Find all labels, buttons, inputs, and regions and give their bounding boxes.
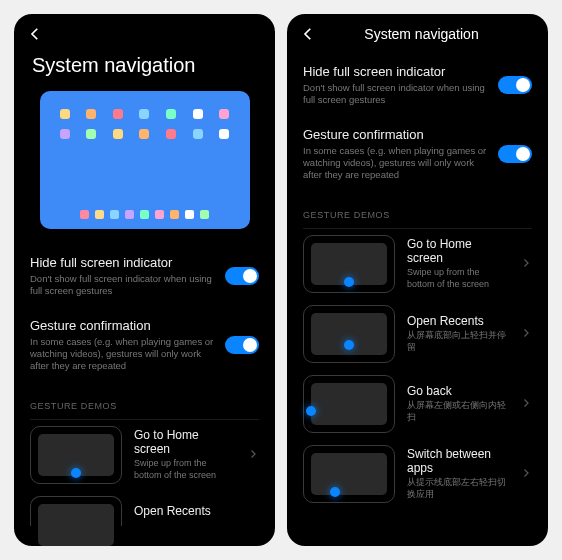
demo-desc: Swipe up from the bottom of the screen xyxy=(134,458,235,481)
chevron-right-icon xyxy=(520,255,532,273)
demo-go-back[interactable]: Go back 从屏幕左侧或右侧向内轻扫 xyxy=(301,369,534,439)
setting-title: Gesture confirmation xyxy=(30,318,215,333)
phone-right: System navigation Hide full screen indic… xyxy=(287,14,548,546)
back-icon[interactable] xyxy=(299,25,317,43)
setting-gesture-confirmation[interactable]: Gesture confirmation In some cases (e.g.… xyxy=(28,308,261,383)
setting-desc: In some cases (e.g. when playing games o… xyxy=(30,336,215,373)
topbar xyxy=(14,14,275,48)
setting-desc: Don't show full screen indicator when us… xyxy=(303,82,488,107)
toggle-switch[interactable] xyxy=(225,336,259,354)
setting-gesture-confirmation[interactable]: Gesture confirmation In some cases (e.g.… xyxy=(301,117,534,192)
demo-title: Go to Home screen xyxy=(134,428,235,456)
demo-title: Go to Home screen xyxy=(407,237,508,265)
setting-desc: Don't show full screen indicator when us… xyxy=(30,273,215,298)
page-title: System navigation xyxy=(14,48,275,91)
setting-title: Gesture confirmation xyxy=(303,127,488,142)
chevron-right-icon xyxy=(520,465,532,483)
chevron-right-icon xyxy=(520,395,532,413)
phone-left: System navigation Hide full screen indic… xyxy=(14,14,275,546)
demo-switch-apps[interactable]: Switch between apps 从提示线底部左右轻扫切换应用 xyxy=(301,439,534,509)
demo-go-home[interactable]: Go to Home screen Swipe up from the bott… xyxy=(28,420,261,490)
section-label: GESTURE DEMOS xyxy=(30,401,259,411)
demo-thumbnail xyxy=(30,426,122,484)
chevron-right-icon xyxy=(520,325,532,343)
demo-thumbnail xyxy=(303,235,395,293)
demo-open-recents[interactable]: Open Recents xyxy=(28,490,261,532)
setting-hide-indicator[interactable]: Hide full screen indicator Don't show fu… xyxy=(301,54,534,117)
topbar: System navigation xyxy=(287,14,548,48)
back-icon[interactable] xyxy=(26,25,44,43)
toggle-switch[interactable] xyxy=(498,145,532,163)
demo-thumbnail xyxy=(303,375,395,433)
demo-title: Open Recents xyxy=(407,314,508,328)
demo-thumbnail xyxy=(30,496,122,526)
toggle-switch[interactable] xyxy=(225,267,259,285)
demo-thumbnail xyxy=(303,305,395,363)
demo-title: Go back xyxy=(407,384,508,398)
demo-go-home[interactable]: Go to Home screen Swipe up from the bott… xyxy=(301,229,534,299)
demo-desc: 从提示线底部左右轻扫切换应用 xyxy=(407,477,508,500)
page-title: System navigation xyxy=(327,26,536,42)
chevron-right-icon xyxy=(247,446,259,464)
demo-desc: 从屏幕底部向上轻扫并停留 xyxy=(407,330,508,353)
toggle-switch[interactable] xyxy=(498,76,532,94)
section-label: GESTURE DEMOS xyxy=(303,210,532,220)
tablet-preview-illustration xyxy=(40,91,250,229)
demo-thumbnail xyxy=(303,445,395,503)
demo-title: Open Recents xyxy=(134,504,259,518)
setting-hide-indicator[interactable]: Hide full screen indicator Don't show fu… xyxy=(28,245,261,308)
setting-title: Hide full screen indicator xyxy=(30,255,215,270)
demo-open-recents[interactable]: Open Recents 从屏幕底部向上轻扫并停留 xyxy=(301,299,534,369)
demo-desc: 从屏幕左侧或右侧向内轻扫 xyxy=(407,400,508,423)
setting-desc: In some cases (e.g. when playing games o… xyxy=(303,145,488,182)
demo-title: Switch between apps xyxy=(407,447,508,475)
demo-desc: Swipe up from the bottom of the screen xyxy=(407,267,508,290)
setting-title: Hide full screen indicator xyxy=(303,64,488,79)
